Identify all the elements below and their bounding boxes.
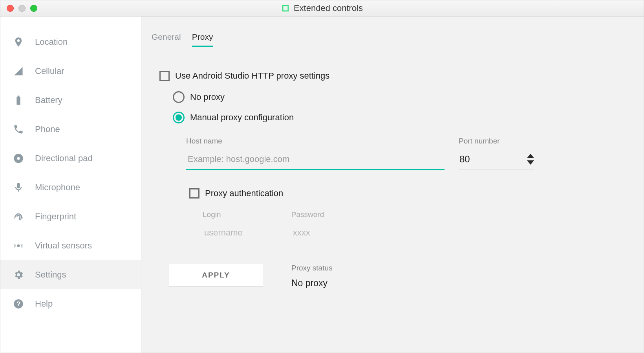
radio-no-proxy-indicator [173,91,185,103]
fingerprint-icon [13,211,24,222]
password-label: Password [291,210,324,219]
sidebar-item-location[interactable]: Location [0,28,141,57]
sidebar-item-label: Virtual sensors [35,241,92,251]
sidebar-item-directional-pad[interactable]: Directional pad [0,144,141,173]
sidebar-item-label: Fingerprint [35,211,76,222]
window-title: Extended controls [294,3,363,13]
sidebar-item-label: Directional pad [35,153,93,164]
sidebar-item-label: Microphone [35,182,80,193]
radio-manual-proxy[interactable]: Manual proxy configuration [173,112,628,123]
proxy-status-value: No proxy [291,278,333,289]
host-name-label: Host name [186,137,445,145]
login-label: Login [203,210,244,219]
sidebar: Location Cellular Battery Phone [0,17,141,353]
zoom-window-button[interactable] [30,5,37,12]
tab-proxy[interactable]: Proxy [192,32,213,47]
login-input: username [203,225,244,240]
proxy-status-label: Proxy status [291,264,333,272]
proxy-form: Use Android Studio HTTP proxy settings N… [150,47,628,289]
sidebar-item-label: Help [35,299,53,309]
port-spinner [527,154,534,165]
phone-icon [13,124,24,135]
radio-manual-proxy-label: Manual proxy configuration [190,112,294,123]
sidebar-item-phone[interactable]: Phone [0,115,141,144]
svg-rect-0 [282,5,289,12]
traffic-lights [7,5,37,12]
sidebar-item-help[interactable]: ? Help [0,289,141,318]
port-number-label: Port number [459,137,534,145]
radio-no-proxy-label: No proxy [190,92,225,102]
sidebar-item-battery[interactable]: Battery [0,86,141,115]
app-icon [281,4,290,13]
radio-manual-proxy-indicator [173,112,185,123]
password-input: xxxx [291,225,324,240]
signal-icon [13,66,24,77]
port-step-up[interactable] [527,154,534,158]
port-number-input[interactable] [459,153,527,165]
window: Extended controls Location Cellular [0,0,644,353]
apply-button[interactable]: APPLY [169,264,263,287]
close-window-button[interactable] [7,5,14,12]
sidebar-item-microphone[interactable]: Microphone [0,173,141,202]
svg-text:?: ? [16,300,20,307]
proxy-mode-radio-group: No proxy Manual proxy configuration [173,91,628,123]
help-icon: ? [13,298,24,309]
dpad-icon [13,153,24,164]
battery-icon [13,95,24,106]
sidebar-item-virtual-sensors[interactable]: Virtual sensors [0,231,141,260]
sidebar-item-label: Cellular [35,66,64,76]
use-studio-proxy-label: Use Android Studio HTTP proxy settings [175,71,329,81]
minimize-window-button[interactable] [18,5,26,12]
svg-point-3 [17,157,20,160]
settings-tabs: General Proxy [150,32,628,47]
main-panel: General Proxy Use Android Studio HTTP pr… [141,17,644,353]
radio-no-proxy[interactable]: No proxy [173,91,628,103]
sidebar-item-fingerprint[interactable]: Fingerprint [0,202,141,231]
svg-rect-1 [283,6,287,11]
sidebar-item-label: Settings [35,270,66,280]
microphone-icon [13,182,24,193]
sidebar-item-label: Phone [35,124,60,134]
sidebar-item-label: Battery [35,95,62,105]
sidebar-item-cellular[interactable]: Cellular [0,57,141,86]
location-pin-icon [13,37,24,48]
svg-point-4 [17,245,20,247]
proxy-auth-checkbox[interactable] [189,188,199,199]
tab-general[interactable]: General [152,32,181,47]
titlebar: Extended controls [0,0,644,17]
gear-icon [13,269,24,280]
port-step-down[interactable] [527,160,534,165]
sidebar-item-settings[interactable]: Settings [0,260,141,289]
sensors-icon [13,240,24,251]
host-name-input[interactable] [186,152,445,170]
sidebar-item-label: Location [35,37,68,47]
use-studio-proxy-checkbox[interactable] [159,71,170,81]
proxy-auth-label: Proxy authentication [205,188,283,199]
